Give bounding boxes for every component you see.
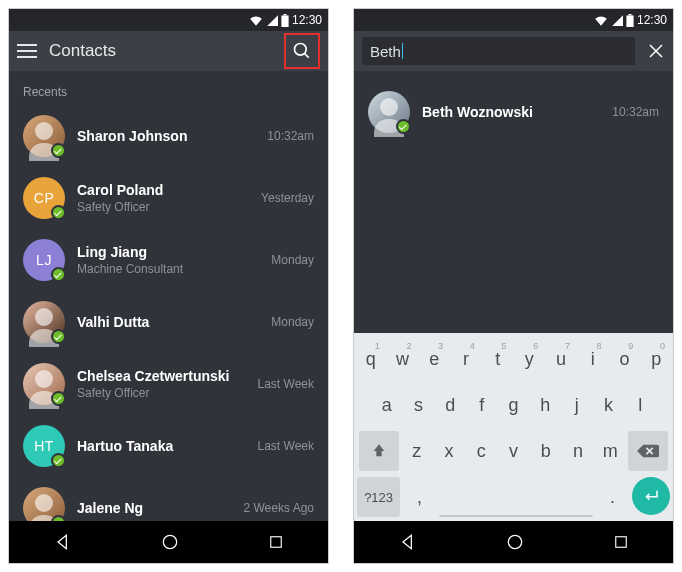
shift-key[interactable]: [359, 431, 399, 471]
contact-row[interactable]: LJLing JiangMachine ConsultantMonday: [9, 229, 328, 291]
phone-contacts-list: 12:30 Contacts Recents Sharon Johnson10:…: [8, 8, 329, 564]
contact-row[interactable]: HTHartuo TanakaLast Week: [9, 415, 328, 477]
contact-timestamp: Monday: [271, 315, 314, 329]
period-key[interactable]: .: [597, 477, 628, 517]
key-a[interactable]: a: [373, 385, 401, 425]
wifi-icon: [594, 14, 608, 26]
contact-timestamp: 2 Weeks Ago: [244, 501, 315, 515]
key-x[interactable]: x: [435, 431, 463, 471]
android-nav-bar: [354, 521, 673, 563]
avatar: [368, 91, 410, 133]
svg-rect-10: [629, 14, 632, 15]
key-n[interactable]: n: [564, 431, 592, 471]
key-m[interactable]: m: [596, 431, 624, 471]
contact-timestamp: 10:32am: [612, 105, 659, 119]
key-r[interactable]: r4: [452, 339, 480, 379]
android-nav-bar: [9, 521, 328, 563]
contact-text: Sharon Johnson: [77, 128, 255, 144]
recents-icon[interactable]: [612, 533, 630, 551]
wifi-icon: [249, 14, 263, 26]
search-input[interactable]: Beth: [362, 37, 635, 65]
avatar: [23, 363, 65, 405]
title-bar: Contacts: [9, 31, 328, 71]
search-results-list[interactable]: Beth Woznowski10:32am: [354, 71, 673, 333]
avatar: HT: [23, 425, 65, 467]
key-g[interactable]: g: [500, 385, 528, 425]
enter-key[interactable]: [632, 477, 670, 515]
svg-rect-9: [626, 15, 633, 27]
svg-rect-0: [281, 15, 288, 27]
key-f[interactable]: f: [468, 385, 496, 425]
avatar: [23, 487, 65, 521]
back-icon[interactable]: [398, 532, 418, 552]
key-i[interactable]: i8: [579, 339, 607, 379]
key-c[interactable]: c: [467, 431, 495, 471]
presence-available-icon: [51, 515, 66, 521]
space-key[interactable]: [439, 477, 593, 517]
avatar: [23, 301, 65, 343]
contact-subtitle: Safety Officer: [77, 200, 249, 214]
key-b[interactable]: b: [532, 431, 560, 471]
contact-text: Jalene Ng: [77, 500, 232, 516]
search-bar: Beth: [354, 31, 673, 71]
status-time: 12:30: [637, 13, 667, 27]
key-h[interactable]: h: [531, 385, 559, 425]
svg-point-5: [295, 44, 307, 56]
key-o[interactable]: o9: [611, 339, 639, 379]
contact-timestamp: Last Week: [258, 377, 314, 391]
key-p[interactable]: p0: [642, 339, 670, 379]
symbols-key[interactable]: ?123: [357, 477, 400, 517]
soft-keyboard[interactable]: q1w2e3r4t5y6u7i8o9p0asdfghjklzxcvbnm?123…: [354, 333, 673, 521]
battery-icon: [626, 14, 634, 27]
key-z[interactable]: z: [403, 431, 431, 471]
comma-key[interactable]: ,: [404, 477, 435, 517]
status-bar: 12:30: [9, 9, 328, 31]
signal-icon: [266, 14, 278, 26]
key-s[interactable]: s: [405, 385, 433, 425]
key-l[interactable]: l: [626, 385, 654, 425]
presence-available-icon: [51, 453, 66, 468]
back-icon[interactable]: [53, 532, 73, 552]
contact-row[interactable]: Chelsea CzetwertunskiSafety OfficerLast …: [9, 353, 328, 415]
key-t[interactable]: t5: [484, 339, 512, 379]
status-bar: 12:30: [354, 9, 673, 31]
contact-text: Hartuo Tanaka: [77, 438, 246, 454]
recents-icon[interactable]: [267, 533, 285, 551]
contact-row[interactable]: CPCarol PolandSafety OfficerYesterday: [9, 167, 328, 229]
contact-name: Sharon Johnson: [77, 128, 255, 144]
presence-available-icon: [51, 391, 66, 406]
contact-text: Carol PolandSafety Officer: [77, 182, 249, 214]
backspace-key[interactable]: [628, 431, 668, 471]
search-button-highlighted[interactable]: [284, 33, 320, 69]
contact-row[interactable]: Sharon Johnson10:32am: [9, 105, 328, 167]
close-icon[interactable]: [647, 42, 665, 60]
svg-rect-8: [270, 537, 281, 548]
key-v[interactable]: v: [499, 431, 527, 471]
contact-row[interactable]: Beth Woznowski10:32am: [354, 81, 673, 143]
presence-available-icon: [51, 329, 66, 344]
key-d[interactable]: d: [436, 385, 464, 425]
key-e[interactable]: e3: [420, 339, 448, 379]
home-icon[interactable]: [505, 532, 525, 552]
key-j[interactable]: j: [563, 385, 591, 425]
contact-name: Ling Jiang: [77, 244, 259, 260]
contacts-list[interactable]: Recents Sharon Johnson10:32amCPCarol Pol…: [9, 71, 328, 521]
contact-name: Chelsea Czetwertunski: [77, 368, 246, 384]
page-title: Contacts: [49, 41, 272, 61]
contact-row[interactable]: Jalene Ng2 Weeks Ago: [9, 477, 328, 521]
phone-contacts-search: 12:30 Beth Beth Woznowski10:32am q1w2e3r…: [353, 8, 674, 564]
contact-timestamp: Last Week: [258, 439, 314, 453]
key-w[interactable]: w2: [389, 339, 417, 379]
contact-text: Beth Woznowski: [422, 104, 600, 120]
key-y[interactable]: y6: [516, 339, 544, 379]
contact-text: Valhi Dutta: [77, 314, 259, 330]
key-q[interactable]: q1: [357, 339, 385, 379]
contact-row[interactable]: Valhi DuttaMonday: [9, 291, 328, 353]
contact-timestamp: 10:32am: [267, 129, 314, 143]
signal-icon: [611, 14, 623, 26]
key-u[interactable]: u7: [547, 339, 575, 379]
svg-point-7: [163, 535, 176, 548]
key-k[interactable]: k: [595, 385, 623, 425]
hamburger-icon[interactable]: [17, 43, 37, 59]
home-icon[interactable]: [160, 532, 180, 552]
